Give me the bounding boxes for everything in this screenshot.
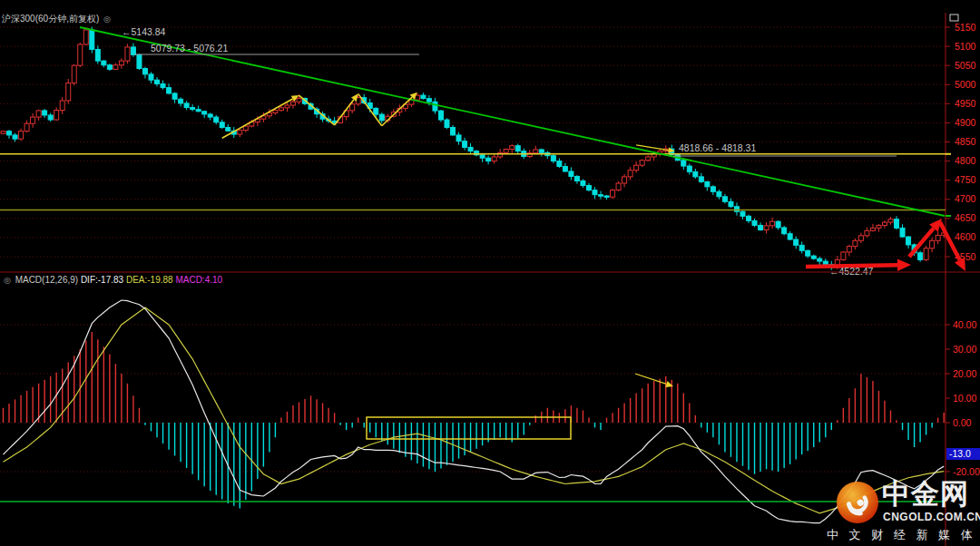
svg-text:40.00: 40.00 [953,319,976,330]
trading-terminal-window: 分时1分钟5分钟15分钟30分钟60分钟日线周线月线多周期更多> 指标叠加历史统… [0,0,980,546]
macd-axis-current-value: -13.0 [949,448,971,459]
svg-text:4700: 4700 [955,193,976,204]
macd-indicator-name: MACD(12,26,9) [15,275,78,285]
svg-text:4950: 4950 [955,98,976,109]
chart-canvas[interactable]: 5150510050505000495049004850480047504700… [0,0,980,546]
svg-text:20.00: 20.00 [953,368,976,379]
gap-label-2: 4818.66 - 4818.31 [679,142,756,153]
cngold-watermark: 中金网 CNGOLD.COM.CN 中 文 财 经 新 媒 体 [818,474,980,545]
macd-gear-icon[interactable]: ◎ [2,276,13,285]
watermark-domain: CNGOLD.COM.CN [883,511,980,523]
macd-label-row: ◎ MACD(12,26,9) DIF:-17.83 DEA:-19.88 MA… [2,275,222,286]
gap-label-1: 5079.73 - 5076.21 [151,43,228,54]
low-price-label: ←4522.47 [829,266,874,277]
svg-text:30.00: 30.00 [953,344,976,355]
chart-title-row: 沪深300(60分钟,前复权) ◎ [2,14,113,24]
svg-text:4900: 4900 [955,117,976,128]
svg-text:5050: 5050 [955,60,976,71]
dea-value: DEA:-19.88 [126,275,173,285]
svg-text:10.00: 10.00 [953,393,976,404]
svg-text:4850: 4850 [955,136,976,147]
svg-text:5150: 5150 [955,22,976,33]
settings-gear-icon[interactable]: ◎ [102,15,113,24]
svg-text:5000: 5000 [955,79,976,90]
svg-text:4650: 4650 [955,212,976,223]
cngold-logo-icon [835,480,880,525]
high-price-label: ←5143.84 [122,26,166,37]
dif-value: DIF:-17.83 [81,275,123,285]
svg-text:0.00: 0.00 [953,417,972,428]
watermark-brand: 中金网 [882,475,969,513]
svg-text:4600: 4600 [955,231,976,242]
svg-text:4750: 4750 [955,174,976,185]
macd-value: MACD:4.10 [175,275,222,285]
watermark-tagline: 中 文 财 经 新 媒 体 [827,527,976,543]
svg-text:5100: 5100 [955,41,976,52]
chart-title: 沪深300(60分钟,前复权) [2,14,99,24]
svg-text:4800: 4800 [955,155,976,166]
